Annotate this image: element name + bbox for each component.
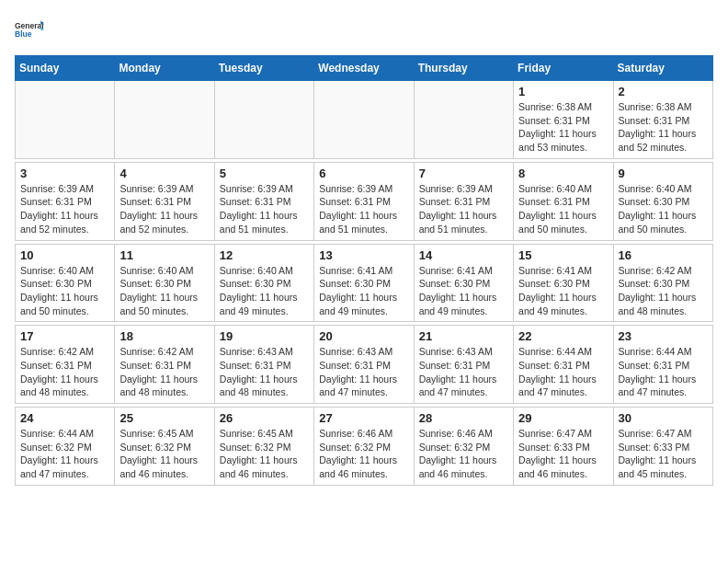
- day-number: 28: [419, 411, 508, 425]
- calendar-cell: 22Sunrise: 6:44 AMSunset: 6:31 PMDayligh…: [514, 326, 613, 404]
- calendar-cell: [115, 81, 214, 159]
- calendar-header-saturday: Saturday: [613, 56, 712, 81]
- day-number: 2: [619, 85, 708, 98]
- day-number: 11: [119, 248, 209, 262]
- calendar-cell: 10Sunrise: 6:40 AMSunset: 6:30 PMDayligh…: [16, 244, 115, 322]
- calendar-week-2: 3Sunrise: 6:39 AMSunset: 6:31 PMDaylight…: [16, 162, 713, 240]
- calendar-cell: 28Sunrise: 6:46 AMSunset: 6:32 PMDayligh…: [414, 408, 513, 486]
- day-number: 25: [119, 411, 209, 425]
- calendar-cell: [16, 81, 115, 159]
- calendar-table: SundayMondayTuesdayWednesdayThursdayFrid…: [15, 55, 713, 486]
- day-number: 5: [220, 167, 309, 180]
- day-number: 15: [518, 248, 608, 262]
- calendar-header-wednesday: Wednesday: [314, 56, 414, 81]
- calendar-cell: 3Sunrise: 6:39 AMSunset: 6:31 PMDaylight…: [16, 162, 115, 240]
- svg-text:General: General: [15, 21, 44, 30]
- day-number: 6: [319, 167, 408, 180]
- day-number: 8: [518, 167, 608, 180]
- calendar-cell: 24Sunrise: 6:44 AMSunset: 6:32 PMDayligh…: [16, 408, 115, 486]
- day-number: 10: [20, 248, 109, 262]
- day-number: 20: [319, 329, 408, 343]
- calendar-header-row: SundayMondayTuesdayWednesdayThursdayFrid…: [16, 56, 713, 81]
- day-number: 26: [220, 411, 309, 425]
- day-info: Sunrise: 6:39 AMSunset: 6:31 PMDaylight:…: [119, 182, 209, 236]
- day-info: Sunrise: 6:39 AMSunset: 6:31 PMDaylight:…: [20, 182, 109, 236]
- day-info: Sunrise: 6:46 AMSunset: 6:32 PMDaylight:…: [419, 427, 508, 481]
- calendar-cell: 26Sunrise: 6:45 AMSunset: 6:32 PMDayligh…: [214, 408, 313, 486]
- day-info: Sunrise: 6:42 AMSunset: 6:31 PMDaylight:…: [20, 345, 109, 399]
- day-number: 21: [419, 329, 508, 343]
- day-info: Sunrise: 6:40 AMSunset: 6:30 PMDaylight:…: [119, 264, 209, 318]
- calendar-cell: 7Sunrise: 6:39 AMSunset: 6:31 PMDaylight…: [414, 162, 513, 240]
- day-info: Sunrise: 6:44 AMSunset: 6:31 PMDaylight:…: [619, 345, 708, 399]
- logo-svg: General Blue: [15, 15, 44, 44]
- day-info: Sunrise: 6:41 AMSunset: 6:30 PMDaylight:…: [419, 264, 508, 318]
- day-number: 9: [619, 167, 708, 180]
- calendar-cell: 30Sunrise: 6:47 AMSunset: 6:33 PMDayligh…: [613, 408, 712, 486]
- calendar-week-4: 17Sunrise: 6:42 AMSunset: 6:31 PMDayligh…: [16, 326, 713, 404]
- day-number: 16: [619, 248, 708, 262]
- day-info: Sunrise: 6:41 AMSunset: 6:30 PMDaylight:…: [518, 264, 608, 318]
- calendar-header-tuesday: Tuesday: [214, 56, 313, 81]
- calendar-cell: [214, 81, 313, 159]
- day-info: Sunrise: 6:43 AMSunset: 6:31 PMDaylight:…: [220, 345, 309, 399]
- calendar-cell: 16Sunrise: 6:42 AMSunset: 6:30 PMDayligh…: [613, 244, 712, 322]
- calendar-cell: 21Sunrise: 6:43 AMSunset: 6:31 PMDayligh…: [414, 326, 513, 404]
- calendar-week-3: 10Sunrise: 6:40 AMSunset: 6:30 PMDayligh…: [16, 244, 713, 322]
- calendar-week-1: 1Sunrise: 6:38 AMSunset: 6:31 PMDaylight…: [16, 81, 713, 159]
- calendar-cell: [314, 81, 414, 159]
- calendar-cell: 1Sunrise: 6:38 AMSunset: 6:31 PMDaylight…: [514, 81, 613, 159]
- day-number: 24: [20, 411, 109, 425]
- day-number: 4: [119, 167, 209, 180]
- svg-text:Blue: Blue: [15, 29, 32, 39]
- day-info: Sunrise: 6:39 AMSunset: 6:31 PMDaylight:…: [220, 182, 309, 236]
- day-number: 18: [119, 329, 209, 343]
- page-header: General Blue: [15, 15, 713, 44]
- calendar-cell: 9Sunrise: 6:40 AMSunset: 6:30 PMDaylight…: [613, 162, 712, 240]
- calendar-cell: 11Sunrise: 6:40 AMSunset: 6:30 PMDayligh…: [115, 244, 214, 322]
- day-number: 19: [220, 329, 309, 343]
- day-info: Sunrise: 6:43 AMSunset: 6:31 PMDaylight:…: [419, 345, 508, 399]
- calendar-cell: 15Sunrise: 6:41 AMSunset: 6:30 PMDayligh…: [514, 244, 613, 322]
- day-number: 29: [518, 411, 608, 425]
- calendar-cell: 2Sunrise: 6:38 AMSunset: 6:31 PMDaylight…: [613, 81, 712, 159]
- day-number: 17: [20, 329, 109, 343]
- calendar-cell: 20Sunrise: 6:43 AMSunset: 6:31 PMDayligh…: [314, 326, 414, 404]
- day-info: Sunrise: 6:40 AMSunset: 6:30 PMDaylight:…: [20, 264, 109, 318]
- day-info: Sunrise: 6:40 AMSunset: 6:31 PMDaylight:…: [518, 182, 608, 236]
- calendar-cell: 14Sunrise: 6:41 AMSunset: 6:30 PMDayligh…: [414, 244, 513, 322]
- calendar-cell: [414, 81, 513, 159]
- day-info: Sunrise: 6:40 AMSunset: 6:30 PMDaylight:…: [220, 264, 309, 318]
- day-info: Sunrise: 6:47 AMSunset: 6:33 PMDaylight:…: [518, 427, 608, 481]
- day-info: Sunrise: 6:47 AMSunset: 6:33 PMDaylight:…: [619, 427, 708, 481]
- logo: General Blue: [15, 15, 44, 44]
- day-number: 22: [518, 329, 608, 343]
- day-info: Sunrise: 6:41 AMSunset: 6:30 PMDaylight:…: [319, 264, 408, 318]
- calendar-cell: 25Sunrise: 6:45 AMSunset: 6:32 PMDayligh…: [115, 408, 214, 486]
- calendar-header-thursday: Thursday: [414, 56, 513, 81]
- day-number: 23: [619, 329, 708, 343]
- day-info: Sunrise: 6:42 AMSunset: 6:30 PMDaylight:…: [619, 264, 708, 318]
- calendar-week-5: 24Sunrise: 6:44 AMSunset: 6:32 PMDayligh…: [16, 408, 713, 486]
- day-info: Sunrise: 6:44 AMSunset: 6:32 PMDaylight:…: [20, 427, 109, 481]
- day-info: Sunrise: 6:38 AMSunset: 6:31 PMDaylight:…: [518, 100, 608, 155]
- day-number: 12: [220, 248, 309, 262]
- calendar-cell: 6Sunrise: 6:39 AMSunset: 6:31 PMDaylight…: [314, 162, 414, 240]
- calendar-cell: 17Sunrise: 6:42 AMSunset: 6:31 PMDayligh…: [16, 326, 115, 404]
- calendar-cell: 12Sunrise: 6:40 AMSunset: 6:30 PMDayligh…: [214, 244, 313, 322]
- calendar-cell: 18Sunrise: 6:42 AMSunset: 6:31 PMDayligh…: [115, 326, 214, 404]
- calendar-cell: 13Sunrise: 6:41 AMSunset: 6:30 PMDayligh…: [314, 244, 414, 322]
- calendar-cell: 5Sunrise: 6:39 AMSunset: 6:31 PMDaylight…: [214, 162, 313, 240]
- day-number: 30: [619, 411, 708, 425]
- day-info: Sunrise: 6:39 AMSunset: 6:31 PMDaylight:…: [319, 182, 408, 236]
- calendar-header-sunday: Sunday: [16, 56, 115, 81]
- calendar-cell: 23Sunrise: 6:44 AMSunset: 6:31 PMDayligh…: [613, 326, 712, 404]
- day-info: Sunrise: 6:40 AMSunset: 6:30 PMDaylight:…: [619, 182, 708, 236]
- day-info: Sunrise: 6:43 AMSunset: 6:31 PMDaylight:…: [319, 345, 408, 399]
- day-info: Sunrise: 6:44 AMSunset: 6:31 PMDaylight:…: [518, 345, 608, 399]
- day-info: Sunrise: 6:45 AMSunset: 6:32 PMDaylight:…: [119, 427, 209, 481]
- day-number: 3: [20, 167, 109, 180]
- calendar-cell: 19Sunrise: 6:43 AMSunset: 6:31 PMDayligh…: [214, 326, 313, 404]
- day-info: Sunrise: 6:38 AMSunset: 6:31 PMDaylight:…: [619, 100, 708, 155]
- calendar-cell: 27Sunrise: 6:46 AMSunset: 6:32 PMDayligh…: [314, 408, 414, 486]
